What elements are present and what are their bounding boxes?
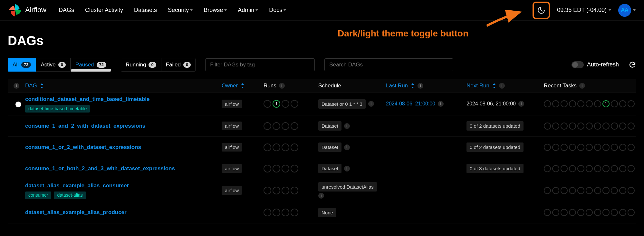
run-circle[interactable] [264,143,271,151]
info-icon[interactable]: i [579,83,585,89]
info-icon[interactable]: i [344,144,350,150]
owner-badge[interactable]: airflow [222,100,242,108]
recent-circle[interactable] [577,187,584,194]
clock[interactable]: 09:35 EDT (-04:00) [557,6,611,14]
nav-item-docs[interactable]: Docs [269,6,286,14]
th-owner[interactable]: Owner [222,82,264,90]
dag-tag[interactable]: consumer [25,192,51,199]
schedule-badge[interactable]: Dataset [318,121,341,131]
nav-item-cluster-activity[interactable]: Cluster Activity [85,6,123,14]
run-circle[interactable] [264,165,271,172]
run-circle[interactable] [291,187,298,194]
recent-circle[interactable] [594,187,601,194]
info-icon[interactable]: i [14,83,19,89]
recent-circle[interactable] [602,144,610,151]
recent-circle[interactable] [594,209,601,216]
recent-circle[interactable] [544,123,551,130]
filter-running[interactable]: Running 0 [121,58,161,72]
recent-circle[interactable] [569,100,576,107]
run-circle[interactable] [291,165,298,172]
autorefresh-toggle[interactable]: Auto-refresh [572,61,619,69]
run-circle[interactable] [282,143,289,151]
recent-circle[interactable] [594,100,601,107]
recent-circle[interactable] [552,209,559,216]
recent-circle[interactable] [552,123,559,130]
run-circle[interactable] [273,209,280,216]
brand[interactable]: Airflow [8,4,46,17]
run-circle[interactable] [273,165,280,172]
run-circle[interactable] [264,187,271,194]
info-icon[interactable]: i [344,166,350,172]
recent-circle[interactable] [552,144,559,151]
recent-circle[interactable] [577,100,584,107]
run-circle[interactable] [282,165,289,172]
recent-circle[interactable] [561,123,568,130]
recent-circle[interactable] [602,165,610,172]
recent-circle[interactable] [552,187,559,194]
recent-circle[interactable] [586,123,593,130]
schedule-badge[interactable]: Dataset [318,143,341,152]
recent-circle[interactable] [628,144,635,151]
run-circle[interactable] [282,187,289,194]
dag-link[interactable]: dataset_alias_example_alias_producer [25,209,222,216]
recent-circle[interactable] [602,187,610,194]
info-icon[interactable]: i [368,101,374,107]
recent-circle[interactable] [586,187,593,194]
recent-circle[interactable] [602,209,610,216]
nav-item-admin[interactable]: Admin [238,6,258,14]
recent-circle[interactable] [619,165,626,172]
search-input[interactable] [324,58,453,71]
recent-circle[interactable] [619,187,626,194]
schedule-badge[interactable]: Dataset [318,164,341,173]
info-icon[interactable]: i [438,101,444,107]
nav-item-browse[interactable]: Browse [204,6,227,14]
recent-circle[interactable] [586,100,593,107]
run-circle[interactable] [273,122,280,130]
th-lastrun[interactable]: Last Run i [386,82,466,90]
info-icon[interactable]: i [418,83,423,89]
recent-circle[interactable] [594,165,601,172]
recent-circle[interactable] [544,187,551,194]
run-circle[interactable] [291,122,298,130]
dag-link[interactable]: dataset_alias_example_alias_consumer [25,182,222,190]
filter-active[interactable]: Active 0 [36,58,71,72]
recent-circle[interactable] [561,144,568,151]
recent-circle[interactable] [586,144,593,151]
th-dag[interactable]: DAG [25,82,222,90]
recent-circle[interactable] [544,144,551,151]
recent-circle[interactable] [611,123,618,130]
info-icon[interactable]: i [499,83,505,89]
run-circle[interactable] [282,100,289,108]
recent-circle[interactable] [619,123,626,130]
recent-circle[interactable]: 1 [602,100,610,107]
recent-circle[interactable] [569,187,576,194]
lastrun-link[interactable]: 2024-08-06, 21:00:00i [386,100,466,107]
recent-circle[interactable] [552,100,559,107]
recent-circle[interactable] [628,209,635,216]
recent-circle[interactable] [561,187,568,194]
dag-link[interactable]: consume_1_or_both_2_and_3_with_dataset_e… [25,165,222,172]
recent-circle[interactable] [561,209,568,216]
recent-circle[interactable] [544,165,551,172]
recent-circle[interactable] [619,209,626,216]
recent-circle[interactable] [561,100,568,107]
recent-circle[interactable] [628,100,635,107]
run-circle[interactable] [273,187,280,194]
nav-item-security[interactable]: Security [168,6,193,14]
th-nextrun[interactable]: Next Run i [466,82,544,90]
recent-circle[interactable] [577,165,584,172]
owner-badge[interactable]: airflow [222,143,242,152]
run-circle[interactable] [291,143,298,151]
schedule-badge[interactable]: Dataset or 0 1 * * 3 [318,99,366,109]
recent-circle[interactable] [611,144,618,151]
run-circle[interactable] [282,122,289,130]
owner-badge[interactable]: airflow [222,164,242,173]
recent-circle[interactable] [561,165,568,172]
info-icon[interactable]: i [518,101,524,107]
user-menu[interactable]: AA [618,4,636,17]
dag-link[interactable]: consume_1_or_2_with_dataset_expressions [25,143,222,151]
recent-circle[interactable] [569,144,576,151]
recent-circle[interactable] [611,100,618,107]
recent-circle[interactable] [552,165,559,172]
filter-paused[interactable]: Paused 72 Show only paused DAGs [71,58,111,72]
